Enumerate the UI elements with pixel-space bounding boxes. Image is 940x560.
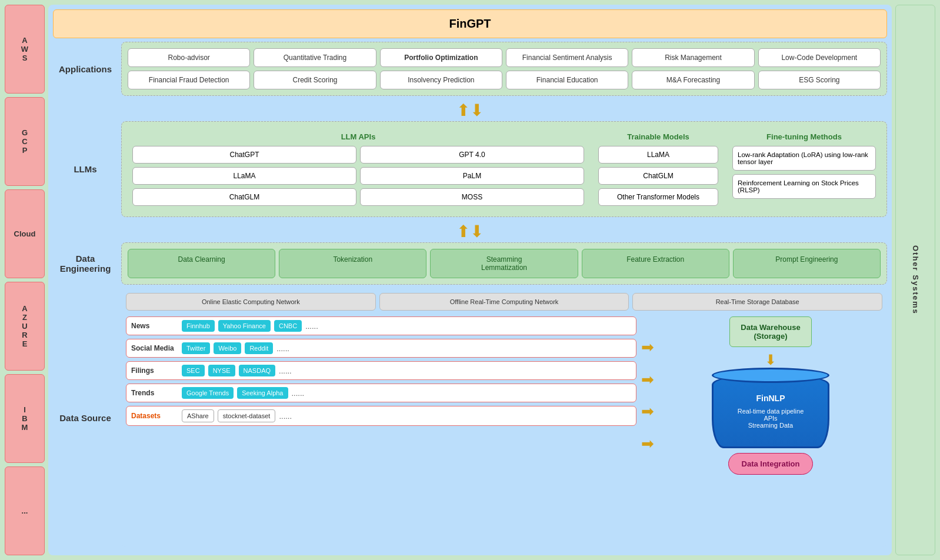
app-risk: Risk Management [632, 48, 754, 67]
llm-apis-grid: ChatGPT GPT 4.0 LLaMA PaLM ChatGLM MOSS [132, 146, 584, 206]
finetuning-title: Fine-tuning Methods [732, 132, 876, 141]
data-source-content: Online Elastic Computing Network Offline… [121, 288, 887, 547]
data-integration-box: Data Integration [728, 453, 814, 475]
ds-google-trends: Google Trends [182, 387, 234, 399]
app-lowcode: Low-Code Development [758, 48, 881, 67]
ds-social-dots: ...... [276, 344, 289, 353]
app-robo-advisor: Robo-advisor [128, 48, 250, 67]
right-sidebar: Other Systems [895, 5, 935, 555]
app-ma: M&A Forecasting [632, 71, 754, 89]
bidirectional-arrow-2: ⬆⬇ [456, 222, 484, 241]
arrow-apps-llms: ⬆⬇ [53, 99, 887, 121]
warehouse-arrow: ⬇ [765, 352, 776, 368]
ds-datasets-row: Datasets AShare stocknet-dataset ...... [126, 406, 636, 426]
llms-inner: LLM APIs ChatGPT GPT 4.0 LLaMA PaLM Chat… [128, 128, 881, 211]
app-insolvency: Insolvency Prediction [380, 71, 502, 89]
apps-row1: Robo-advisor Quantitative Trading Portfo… [128, 48, 881, 67]
ds-filings-row: Filings SEC NYSE NASDAQ ...... [126, 361, 636, 380]
outer-wrapper: AWS GCP Cloud AZURE IBM ... FinGPT Appli… [0, 0, 940, 560]
sidebar-item-cloud: Cloud [5, 189, 45, 278]
trainable-panel: Trainable Models LLaMA ChatGLM Other Tra… [594, 128, 723, 211]
ds-trends-dots: ...... [292, 389, 305, 398]
data-source-section: Data Source Online Elastic Computing Net… [53, 288, 887, 547]
ds-news-label: News [131, 322, 178, 330]
compute-storage: Real-Time Storage Database [632, 293, 882, 311]
bidirectional-arrow-1: ⬆⬇ [456, 101, 484, 120]
de-grid: Data Clearning Tokenization SteammingLem… [128, 249, 881, 278]
ds-seeking-alpha: Seeking Alpha [237, 387, 288, 399]
ds-yahoo: Yahoo Finance [218, 320, 271, 332]
ds-social-row: Social Media Twitter Weibo Reddit ...... [126, 339, 636, 358]
compute-online: Online Elastic Computing Network [126, 293, 376, 311]
compute-row: Online Elastic Computing Network Offline… [126, 293, 882, 314]
trainable-transformers: Other Transformer Models [598, 188, 718, 206]
right-sidebar-label: Other Systems [911, 245, 920, 315]
ds-filings-dots: ...... [279, 366, 292, 375]
fingpt-title: FinGPT [53, 9, 887, 38]
finnlp-cylinder: FinNLP Real-time data pipelineAPIsStream… [712, 373, 829, 448]
apps-row2: Financial Fraud Detection Credit Scoring… [128, 71, 881, 89]
app-esg: ESG Scoring [758, 71, 881, 89]
right-data-panel: Data Warehouse(Storage) ⬇ FinNLP Real-ti… [659, 316, 882, 475]
app-quant-trading: Quantitative Trading [254, 48, 376, 67]
de-prompt: Prompt Engineering [733, 249, 881, 278]
llm-apis-title: LLM APIs [132, 132, 584, 141]
applications-section: Applications Robo-advisor Quantitative T… [53, 42, 887, 96]
llm-gpt4: GPT 4.0 [360, 146, 584, 164]
applications-content: Robo-advisor Quantitative Trading Portfo… [121, 42, 887, 96]
trainable-grid: LLaMA ChatGLM Other Transformer Models [598, 146, 718, 206]
app-credit: Credit Scoring [254, 71, 376, 89]
sidebar-item-azure: AZURE [5, 282, 45, 371]
data-engineering-section: DataEngineering Data Clearning Tokenizat… [53, 242, 887, 285]
de-tokenization: Tokenization [279, 249, 426, 278]
ds-datasets-label: Datasets [131, 412, 178, 420]
sidebar-item-ibm: IBM [5, 374, 45, 463]
ds-weibo: Weibo [214, 342, 241, 354]
sidebar-item-aws: AWS [5, 5, 45, 94]
llm-chatgpt: ChatGPT [132, 146, 356, 164]
yellow-arrows-col: ➡ ➡ ➡ ➡ [641, 316, 654, 475]
ds-cnbc: CNBC [274, 320, 302, 332]
main-area: FinGPT Applications Robo-advisor Quantit… [48, 5, 892, 555]
ds-finnhub: Finnhub [182, 320, 215, 332]
yellow-arrow-2: ➡ [641, 371, 654, 389]
yellow-arrow-4: ➡ [641, 435, 654, 453]
ds-social-label: Social Media [131, 344, 178, 352]
llm-apis-panel: LLM APIs ChatGPT GPT 4.0 LLaMA PaLM Chat… [128, 128, 589, 211]
yellow-arrow-3: ➡ [641, 402, 654, 421]
finnlp-content: FinNLP Real-time data pipelineAPIsStream… [723, 394, 818, 429]
ds-news-row: News Finnhub Yahoo Finance CNBC ...... [126, 316, 636, 335]
finnlp-title: FinNLP [723, 394, 818, 403]
ds-grid: News Finnhub Yahoo Finance CNBC ...... S… [126, 316, 636, 475]
trainable-llama: LLaMA [598, 146, 718, 164]
applications-label: Applications [53, 42, 118, 96]
sidebar-item-gcp: GCP [5, 97, 45, 186]
arrow-llms-de: ⬆⬇ [53, 221, 887, 242]
ds-reddit: Reddit [245, 342, 273, 354]
cylinder-top-ellipse [712, 368, 829, 383]
trainable-title: Trainable Models [598, 132, 718, 141]
finetuning-rlsp: Reinforcement Learning on Stock Prices (… [732, 174, 876, 199]
ds-datasets-dots: ...... [279, 412, 292, 421]
llm-moss: MOSS [360, 188, 584, 206]
de-clearning: Data Clearning [128, 249, 275, 278]
ds-sec: SEC [182, 365, 205, 376]
de-feature: Feature Extraction [582, 249, 729, 278]
ds-nyse: NYSE [208, 365, 235, 376]
de-stemming: SteammingLemmatization [430, 249, 578, 278]
app-finedu: Financial Education [506, 71, 628, 89]
app-sentiment: Financial Sentiment Analysis [506, 48, 628, 67]
finnlp-items: Real-time data pipelineAPIsStreaming Dat… [723, 408, 818, 429]
compute-offline: Offline Real-Time Computing Network [379, 293, 629, 311]
llms-label: LLMs [53, 121, 118, 217]
ds-trends-label: Trends [131, 389, 178, 397]
llm-palm: PaLM [360, 167, 584, 185]
left-sidebar: AWS GCP Cloud AZURE IBM ... [5, 5, 45, 555]
llms-content: LLM APIs ChatGPT GPT 4.0 LLaMA PaLM Chat… [121, 121, 887, 217]
ds-stocknet: stocknet-dataset [218, 409, 276, 422]
ds-news-dots: ...... [305, 322, 318, 331]
llms-section: LLMs LLM APIs ChatGPT GPT 4.0 LLaMA PaLM… [53, 121, 887, 217]
data-engineering-label: DataEngineering [53, 242, 118, 285]
yellow-arrow-1: ➡ [641, 338, 654, 356]
llm-llama-api: LLaMA [132, 167, 356, 185]
